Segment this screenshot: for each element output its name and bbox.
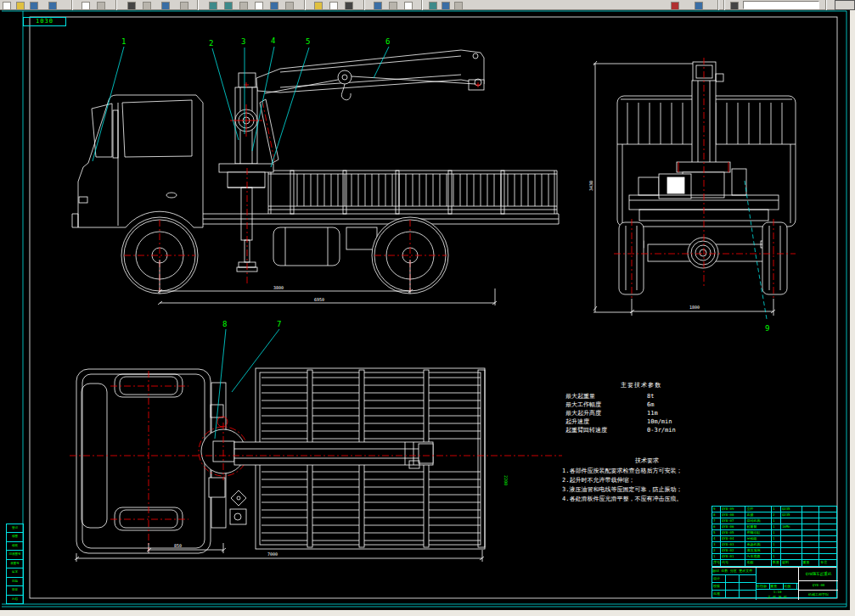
bom-row: 7QY8-07回转机构1 [712,518,836,524]
bom-weight [802,554,820,559]
signature-row: 校核 [712,583,756,591]
part-label-8: 8 [222,320,227,328]
dim-top-cab: 850 [174,543,182,548]
bom-weight [802,530,820,535]
title-block-stage: 阶段标记重量比例 1:10 共 张 第 张 [757,568,799,600]
part-label-3: 3 [241,37,245,46]
print-icon[interactable] [48,2,57,10]
color-icon[interactable] [345,2,353,10]
bom-material [781,554,802,559]
bom-no: 5 [712,530,721,535]
bom-weight [802,524,820,529]
layer-combobox[interactable] [743,1,819,9]
drawing-number: QY8-00 [799,581,838,591]
bom-material [781,542,802,547]
bom-no: 9 [712,507,721,512]
preview-icon[interactable] [82,2,90,10]
bom-material [781,518,802,524]
copy-icon[interactable] [143,2,151,10]
bom-code: QY8-06 [721,524,746,529]
bom-weight [802,518,820,524]
part-label-1: 1 [121,37,126,46]
signature-row: 批准 [712,591,756,598]
cut-icon[interactable] [127,2,136,10]
pan-icon[interactable] [239,2,248,10]
bom-qty: 2 [772,512,781,518]
parameter-value: 8t [647,392,654,400]
partial-toolbar-button[interactable] [835,0,855,10]
parameter-row: 最大起重量 8t [565,392,717,400]
signature-label: 设计 [712,575,726,582]
sheet-zone-label: 1030 [36,18,53,25]
layer-state-icon[interactable] [730,2,739,10]
title-block-signatures: 标记 处数 分区 更改文件号 签名 年月日 设计 校核 批准 [712,568,757,600]
part-label-6: 6 [385,37,390,46]
spell-icon[interactable] [97,2,105,10]
bom-row: 2QY8-02液压系统1 [712,548,836,554]
dim-side-wheelbase: 3800 [273,285,284,290]
bom-weight [802,548,820,553]
bom-row: 5QY8-05变幅油缸1 [712,530,836,536]
tool-palettes-icon[interactable] [404,2,413,10]
zoom-previous-icon[interactable] [285,2,294,10]
bom-remark [819,530,836,535]
technical-parameters: 主要技术参数 最大起重量 8t 最大工作幅度 6m 最大起升高度 11m 起升速… [565,381,717,434]
bom-weight [802,536,820,541]
parameter-row: 起升速度 10m/min [565,417,717,426]
toolbar-separator [363,0,365,10]
bom-material [781,536,802,541]
bom-qty: 1 [772,518,781,524]
open-icon[interactable] [16,2,25,10]
bom-header-cell: 名称 [745,560,772,566]
toolbar [0,0,855,10]
bom-name: 支腿 [745,512,772,518]
bom-code: QY8-01 [721,554,746,559]
window-edge-bottom [0,610,855,616]
new-icon[interactable] [3,2,11,10]
parameter-value: 10m/min [647,417,672,426]
zoom-realtime-icon[interactable] [255,2,263,10]
paste-icon[interactable] [161,2,170,10]
save-icon[interactable] [30,2,38,10]
title-block: 标记 处数 分区 更改文件号 签名 年月日 设计 校核 批准 阶段标记重量比例 … [712,567,836,599]
part-label-2: 2 [209,39,213,48]
parameter-label: 起重臂回转速度 [565,426,647,434]
help-icon[interactable] [695,2,703,10]
match-icon[interactable] [180,2,188,10]
layers-icon[interactable] [314,2,323,10]
bom-qty: 1 [772,507,781,512]
designcenter-icon[interactable] [389,2,397,10]
close-icon[interactable] [671,2,679,10]
bom-name: 卷扬机构 [745,542,772,547]
bom-material: 16Mn [781,524,802,529]
parameter-row: 最大工作幅度 6m [565,400,717,409]
bom-name: 回转机构 [745,518,772,524]
bom-no: 7 [712,518,721,524]
dim-top-overall: 7000 [267,552,278,557]
text-icon[interactable] [442,2,450,10]
parameters-title: 主要技术参数 [565,381,717,389]
requirement-item: 2.起升时不允许带载伸缩； [562,476,732,485]
parameter-value: 0-3r/min [647,426,676,434]
undo-icon[interactable] [209,2,217,10]
properties-icon[interactable] [374,2,382,10]
bom-no: 6 [712,524,721,529]
bom-remark [819,512,836,518]
signature-label: 校核 [712,583,726,590]
linetype-icon[interactable] [329,2,338,10]
bom-code: QY8-09 [721,507,746,512]
binding-row: 审定 [7,586,23,595]
measure-icon[interactable] [429,2,437,10]
bom-qty: 1 [772,554,781,559]
binding-edge-table: 登记 描图 描校 旧底图号 底图号 签字 日期 审定 存档 [6,524,24,604]
bom-code: QY8-03 [721,542,746,547]
bom-weight [802,512,820,518]
requirement-item: 1.各部件应按装配要求检查合格后方可安装； [562,467,732,476]
zoom-window-icon[interactable] [270,2,278,10]
signature-label: 标记 处数 分区 更改文件号 签名 年月日 [712,568,756,574]
bom-header-cell: 备注 [819,560,836,566]
dimension-icon[interactable] [454,2,463,10]
bom-code: QY8-04 [721,536,746,541]
redo-icon[interactable] [224,2,233,10]
bom-remark [819,542,836,547]
